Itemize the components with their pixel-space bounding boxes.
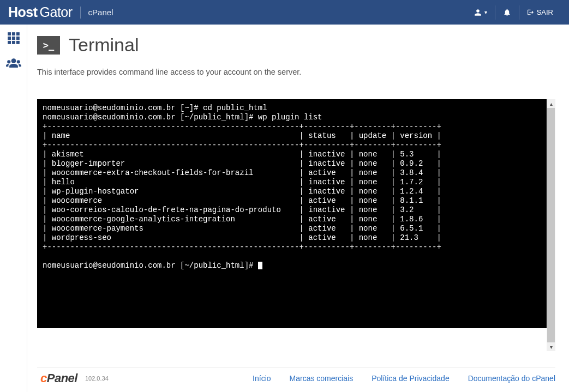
- terminal-console[interactable]: nomeusuario@seudominio.com.br [~]# cd pu…: [37, 99, 555, 328]
- top-header: HostGator cPanel ▾ SAIR: [0, 0, 569, 25]
- notifications-button[interactable]: [495, 0, 519, 25]
- version-label: 102.0.34: [85, 375, 109, 382]
- svg-rect-2: [16, 32, 19, 35]
- svg-rect-4: [12, 37, 15, 40]
- scroll-down-button[interactable]: ▾: [547, 342, 555, 351]
- footer-link-docs[interactable]: Documentação do cPanel: [468, 374, 555, 383]
- logo-text-a: Host: [8, 4, 38, 20]
- scroll-up-button[interactable]: ▴: [547, 99, 555, 108]
- logout-button[interactable]: SAIR: [519, 0, 561, 25]
- logout-label: SAIR: [537, 8, 553, 16]
- terminal-scrollbar[interactable]: ▴ ▾: [547, 99, 555, 351]
- svg-point-10: [7, 60, 10, 63]
- left-sidebar: [0, 25, 27, 392]
- footer-link-trademarks[interactable]: Marcas comerciais: [290, 374, 354, 383]
- users-icon[interactable]: [6, 57, 21, 71]
- hostgator-logo[interactable]: HostGator: [8, 4, 73, 20]
- svg-rect-3: [8, 37, 11, 40]
- terminal-icon: >_: [37, 36, 60, 55]
- scroll-thumb[interactable]: [547, 108, 555, 342]
- svg-point-9: [11, 58, 16, 63]
- svg-point-11: [16, 60, 20, 63]
- page-description: This interface provides command line acc…: [37, 68, 555, 76]
- svg-rect-0: [8, 32, 11, 35]
- user-icon: [474, 9, 482, 16]
- footer-link-home[interactable]: Início: [253, 374, 271, 383]
- svg-rect-6: [8, 41, 11, 44]
- footer-link-privacy[interactable]: Política de Privacidade: [372, 374, 449, 383]
- svg-rect-7: [12, 41, 15, 44]
- apps-grid-icon[interactable]: [7, 31, 21, 47]
- logout-icon: [527, 9, 534, 16]
- svg-rect-1: [12, 32, 15, 35]
- page-title: Terminal: [69, 34, 139, 56]
- chevron-down-icon: ▾: [484, 9, 487, 15]
- header-subtitle[interactable]: cPanel: [88, 8, 113, 17]
- user-menu-button[interactable]: ▾: [466, 0, 495, 25]
- svg-rect-8: [16, 41, 19, 44]
- page-footer: cPanel 102.0.34 Início Marcas comerciais…: [37, 367, 555, 392]
- scroll-track[interactable]: [547, 108, 555, 342]
- header-divider: [80, 7, 81, 19]
- logo-text-b: Gator: [40, 4, 73, 20]
- svg-rect-5: [16, 37, 19, 40]
- main-content: >_ Terminal This interface provides comm…: [27, 25, 569, 392]
- bell-icon: [503, 8, 511, 16]
- cpanel-logo[interactable]: cPanel: [40, 371, 77, 385]
